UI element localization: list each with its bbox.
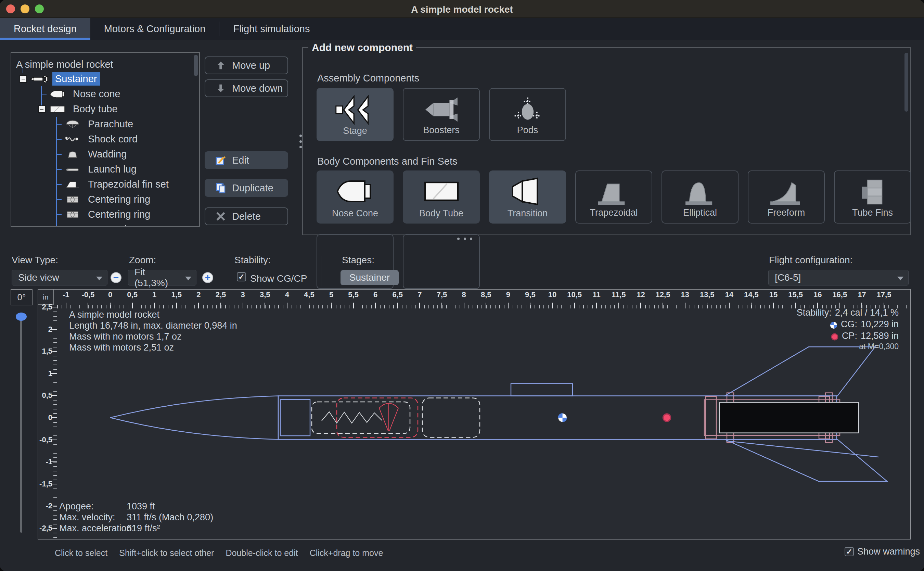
shock-cord-icon — [63, 134, 83, 145]
tab-motors-configuration[interactable]: Motors & Configuration — [90, 18, 219, 40]
tree-item[interactable]: Nose cone — [11, 87, 199, 102]
tree-item[interactable]: Trapezoidal fin set — [11, 177, 199, 192]
show-cgcp-checkbox[interactable]: ✓ — [237, 272, 246, 281]
component-card-stage[interactable]: Stage — [317, 88, 394, 141]
ruler-tick — [773, 302, 774, 309]
mach-note: at M=0,300 — [859, 342, 899, 351]
status-hint: Double-click to edit — [225, 548, 298, 558]
add-panel-scrollbar[interactable] — [904, 53, 908, 112]
ruler-tick — [51, 440, 57, 440]
rotation-slider-track[interactable] — [20, 313, 22, 532]
tree-item[interactable]: Sustainer — [11, 72, 199, 87]
zoom-label: Zoom: — [129, 255, 156, 265]
ruler-label: 16 — [813, 290, 822, 299]
chevron-down-icon — [897, 276, 904, 280]
stability-label: Stability: — [234, 255, 271, 265]
ruler-tick — [574, 302, 575, 309]
delete-x-icon — [215, 210, 226, 222]
centering-ring-icon — [63, 194, 83, 205]
zoom-in-button[interactable]: + — [201, 270, 214, 285]
zoom-out-button[interactable]: − — [109, 270, 123, 285]
tab-rocket-design[interactable]: Rocket design — [0, 18, 90, 40]
tree-item-label: Centering ring — [85, 207, 153, 221]
tree-item-label: Launch lug — [85, 162, 139, 176]
component-card-label: Body Tube — [419, 208, 464, 219]
controls-divider — [321, 256, 321, 286]
centering-ring-icon — [63, 210, 83, 220]
ruler-tick — [51, 307, 57, 307]
move-up-button[interactable]: Move up — [205, 57, 288, 74]
delete-button[interactable]: Delete — [205, 207, 288, 225]
expand-toggle[interactable] — [20, 75, 27, 83]
duplicate-button[interactable]: Duplicate — [205, 179, 288, 197]
parachute-glyph — [379, 403, 398, 431]
rocket-info-line-3: Mass with no motors 1,7 oz — [69, 331, 182, 342]
component-card-elliptical[interactable]: Elliptical — [662, 170, 739, 224]
expand-toggle[interactable] — [38, 105, 46, 113]
tab-flight-simulations[interactable]: Flight simulations — [219, 18, 323, 40]
view-type-dropdown[interactable]: Side view — [12, 270, 108, 286]
tree-item[interactable]: Launch lug — [11, 162, 199, 177]
wadding-outline[interactable] — [422, 398, 480, 437]
tree-item[interactable]: Wadding — [11, 147, 199, 162]
launch-lug-outline[interactable] — [511, 384, 573, 396]
duplicate-label: Duplicate — [232, 182, 273, 194]
component-card-tube-fins[interactable]: Tube Fins — [834, 170, 911, 224]
tree-item-label: Sustainer — [52, 72, 100, 86]
ruler-label: 5 — [329, 290, 333, 299]
tree-item[interactable]: Parachute — [11, 117, 199, 132]
edit-button[interactable]: Edit — [205, 151, 288, 169]
nose-cone-icon — [48, 89, 68, 99]
component-card-trapezoidal[interactable]: Trapezoidal — [575, 170, 652, 224]
component-card-partial[interactable] — [403, 234, 480, 289]
nose-shoulder-outline[interactable] — [280, 400, 310, 436]
ruler-label: 13 — [681, 290, 689, 299]
ruler-tick — [662, 302, 663, 309]
zoom-dropdown[interactable]: Fit (51,3%) — [128, 270, 196, 286]
shock-cord-outline[interactable] — [312, 402, 410, 434]
tree-item[interactable]: Centering ring — [11, 192, 199, 207]
ruler-tick — [729, 302, 730, 309]
ruler-label: -1,5 — [39, 480, 52, 489]
tree-item-label: Body tube — [70, 102, 120, 116]
stage-toggle-sustainer[interactable]: Sustainer — [340, 270, 399, 285]
component-card-body-tube[interactable]: Body Tube — [403, 170, 480, 224]
transition-icon — [489, 177, 566, 206]
nose-cone-outline[interactable] — [110, 396, 278, 439]
tree-item[interactable]: Inner Tube — [11, 222, 199, 227]
move-down-button[interactable]: Move down — [205, 79, 288, 97]
tree-item-label: Wadding — [85, 147, 129, 161]
ruler-tick — [419, 302, 420, 309]
component-card-boosters[interactable]: Boosters — [403, 88, 480, 141]
status-hints: Click to selectShift+click to select oth… — [55, 548, 383, 558]
component-card-freeform[interactable]: Freeform — [748, 170, 825, 224]
cg-readout-label: CG: — [841, 319, 857, 330]
component-card-pods[interactable]: Pods — [489, 88, 566, 141]
ruler-label: 15 — [769, 290, 778, 299]
tree-scrollbar[interactable] — [194, 55, 198, 76]
component-card-label: Elliptical — [683, 207, 717, 218]
horizontal-splitter-handle[interactable] — [457, 238, 472, 240]
ruler-label: 17 — [858, 290, 866, 299]
flight-config-dropdown[interactable]: [C6-5] — [768, 270, 909, 286]
component-card-nose-cone[interactable]: Nose Cone — [317, 170, 394, 224]
tree-item[interactable]: Body tube — [11, 102, 199, 117]
tree-item[interactable]: Shock cord — [11, 132, 199, 147]
dropdown-divider — [181, 272, 181, 284]
rotation-slider-knob[interactable] — [16, 313, 27, 321]
motor[interactable] — [719, 402, 859, 433]
ruler-tick — [51, 461, 57, 462]
tree-root-item[interactable]: A simple model rocket — [16, 57, 113, 72]
tree-item-label: Inner Tube — [85, 222, 138, 227]
rocket-view-canvas[interactable]: in -1-0,500,511,522,533,544,555,566,577,… — [38, 289, 911, 540]
ruler-label: 10,5 — [567, 290, 582, 299]
ruler-label: 8 — [462, 290, 466, 299]
flight-config-value: [C6-5] — [775, 272, 801, 283]
parachute-outline[interactable] — [337, 398, 418, 437]
tree-item[interactable]: Centering ring — [11, 207, 199, 222]
centering-ring-front — [706, 397, 716, 439]
expand-toggle[interactable] — [53, 226, 60, 227]
show-warnings-checkbox[interactable]: ✓ — [845, 547, 854, 556]
cg-marker — [558, 413, 567, 422]
component-card-transition[interactable]: Transition — [489, 170, 566, 224]
